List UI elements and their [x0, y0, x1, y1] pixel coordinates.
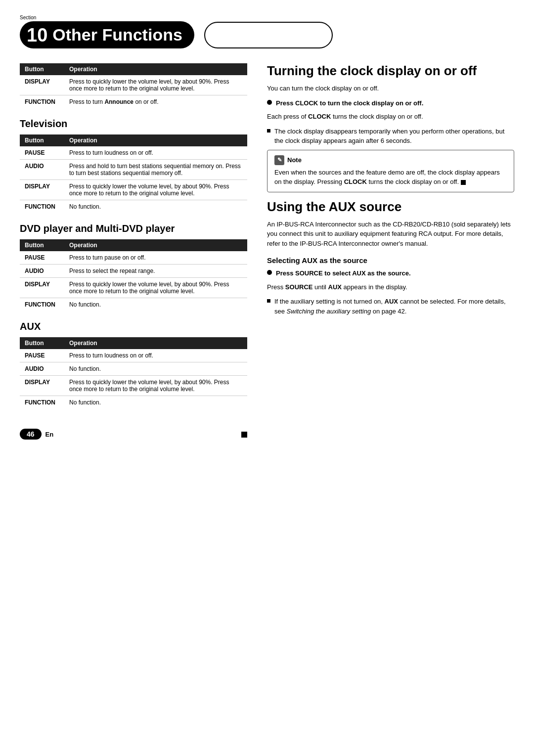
- dvd-button-display: DISPLAY: [20, 278, 64, 298]
- intro-table: Button Operation DISPLAY Press to quickl…: [20, 63, 247, 108]
- table-row: FUNCTION Press to turn Announce on or of…: [20, 95, 247, 109]
- table-row: DISPLAY Press to quickly lower the volum…: [20, 75, 247, 95]
- section-number: 10: [27, 26, 47, 44]
- note-icon: ✎: [274, 155, 284, 165]
- television-table: Button Operation PAUSE Press to turn lou…: [20, 134, 247, 213]
- note-label: Note: [287, 156, 302, 164]
- note-box: ✎ Note Even when the sources and the fea…: [267, 150, 514, 192]
- aux-source-heading: Using the AUX source: [267, 199, 514, 215]
- footer: 46 En: [20, 424, 247, 440]
- dvd-operation-function: No function.: [64, 298, 247, 311]
- table-row: AUDIO Press to select the repeat range.: [20, 265, 247, 278]
- aux-operation-pause: Press to turn loudness on or off.: [64, 349, 247, 362]
- bullet-square-icon: [267, 129, 270, 133]
- aux-button-display: DISPLAY: [20, 376, 64, 396]
- table-row: PAUSE Press to turn loudness on or off.: [20, 146, 247, 160]
- tv-operation-pause: Press to turn loudness on or off.: [64, 146, 247, 160]
- aux-heading: AUX: [20, 321, 247, 332]
- tv-operation-function: No function.: [64, 200, 247, 214]
- operation-function: Press to turn Announce on or off.: [64, 95, 247, 109]
- aux-source-intro: An IP-BUS-RCA Interconnector such as the…: [267, 220, 514, 249]
- aux-operation-display: Press to quickly lower the volume level,…: [64, 376, 247, 396]
- bullet-circle-icon: [267, 100, 272, 105]
- selecting-square1-text: If the auxiliary setting is not turned o…: [274, 297, 514, 316]
- tv-operation-display: Press to quickly lower the volume level,…: [64, 180, 247, 200]
- tv-button-function: FUNCTION: [20, 200, 64, 214]
- aux-table: Button Operation PAUSE Press to turn lou…: [20, 337, 247, 409]
- button-display: DISPLAY: [20, 75, 64, 95]
- dvd-heading: DVD player and Multi-DVD player: [20, 223, 247, 234]
- intro-table-col-button: Button: [20, 63, 64, 75]
- clock-square1: The clock display disappears temporarily…: [267, 127, 514, 146]
- table-row: FUNCTION No function.: [20, 200, 247, 214]
- intro-table-col-operation: Operation: [64, 63, 247, 75]
- operation-display: Press to quickly lower the volume level,…: [64, 75, 247, 95]
- selecting-bullet1: Press SOURCE to select AUX as the source…: [267, 268, 514, 278]
- tv-button-audio: AUDIO: [20, 160, 64, 180]
- dvd-button-audio: AUDIO: [20, 265, 64, 278]
- dvd-table-col-button: Button: [20, 239, 64, 251]
- page-number: 46: [20, 429, 42, 440]
- aux-operation-function: No function.: [64, 396, 247, 409]
- note-title: ✎ Note: [274, 155, 507, 165]
- table-row: AUDIO No function.: [20, 362, 247, 376]
- clock-heading: Turning the clock display on or off: [267, 63, 514, 79]
- table-row: PAUSE Press to turn pause on or off.: [20, 251, 247, 265]
- section-badge: 10 Other Functions: [20, 21, 194, 48]
- table-row: FUNCTION No function.: [20, 298, 247, 311]
- aux-button-function: FUNCTION: [20, 396, 64, 409]
- language-label: En: [45, 431, 54, 438]
- aux-table-col-operation: Operation: [64, 337, 247, 349]
- dvd-operation-display: Press to quickly lower the volume level,…: [64, 278, 247, 298]
- right-column: Turning the clock display on or off You …: [267, 63, 514, 440]
- note-body: Even when the sources and the feature de…: [274, 168, 507, 187]
- aux-operation-audio: No function.: [64, 362, 247, 376]
- television-heading: Television: [20, 118, 247, 130]
- dvd-table-col-operation: Operation: [64, 239, 247, 251]
- table-row: FUNCTION No function.: [20, 396, 247, 409]
- main-content: Button Operation DISPLAY Press to quickl…: [20, 63, 514, 440]
- section-label: Section: [20, 15, 514, 20]
- aux-button-audio: AUDIO: [20, 362, 64, 376]
- table-row: DISPLAY Press to quickly lower the volum…: [20, 376, 247, 396]
- left-column: Button Operation DISPLAY Press to quickl…: [20, 63, 247, 440]
- tv-operation-audio: Press and hold to turn best stations seq…: [64, 160, 247, 180]
- button-function: FUNCTION: [20, 95, 64, 109]
- section-title: Other Functions: [52, 25, 182, 44]
- selecting-body1: Press SOURCE until AUX appears in the di…: [267, 282, 514, 292]
- header-box: [204, 22, 333, 48]
- table-row: DISPLAY Press to quickly lower the volum…: [20, 180, 247, 200]
- dvd-operation-audio: Press to select the repeat range.: [64, 265, 247, 278]
- stop-symbol-icon: [241, 432, 247, 438]
- selecting-square1: If the auxiliary setting is not turned o…: [267, 297, 514, 316]
- bullet-circle-icon: [267, 270, 272, 275]
- dvd-operation-pause: Press to turn pause on or off.: [64, 251, 247, 265]
- clock-intro: You can turn the clock display on or off…: [267, 84, 514, 93]
- clock-bullet1-text: Press CLOCK to turn the clock display on…: [276, 98, 423, 108]
- tv-table-col-operation: Operation: [64, 134, 247, 146]
- dvd-table: Button Operation PAUSE Press to turn pau…: [20, 239, 247, 311]
- selecting-aux-heading: Selecting AUX as the source: [267, 256, 514, 265]
- aux-table-col-button: Button: [20, 337, 64, 349]
- clock-bullet1: Press CLOCK to turn the clock display on…: [267, 98, 514, 108]
- clock-body1: Each press of CLOCK turns the clock disp…: [267, 112, 514, 122]
- selecting-bullet1-text: Press SOURCE to select AUX as the source…: [276, 268, 411, 278]
- stop-symbol-icon: [461, 180, 466, 185]
- table-row: DISPLAY Press to quickly lower the volum…: [20, 278, 247, 298]
- table-row: AUDIO Press and hold to turn best statio…: [20, 160, 247, 180]
- clock-square1-text: The clock display disappears temporarily…: [274, 127, 514, 146]
- tv-button-display: DISPLAY: [20, 180, 64, 200]
- tv-table-col-button: Button: [20, 134, 64, 146]
- aux-button-pause: PAUSE: [20, 349, 64, 362]
- page: Section 10 Other Functions Button Operat…: [0, 0, 534, 756]
- table-row: PAUSE Press to turn loudness on or off.: [20, 349, 247, 362]
- dvd-button-pause: PAUSE: [20, 251, 64, 265]
- tv-button-pause: PAUSE: [20, 146, 64, 160]
- end-mark: [241, 431, 247, 438]
- dvd-button-function: FUNCTION: [20, 298, 64, 311]
- header: 10 Other Functions: [20, 21, 514, 48]
- bullet-square-icon: [267, 299, 270, 303]
